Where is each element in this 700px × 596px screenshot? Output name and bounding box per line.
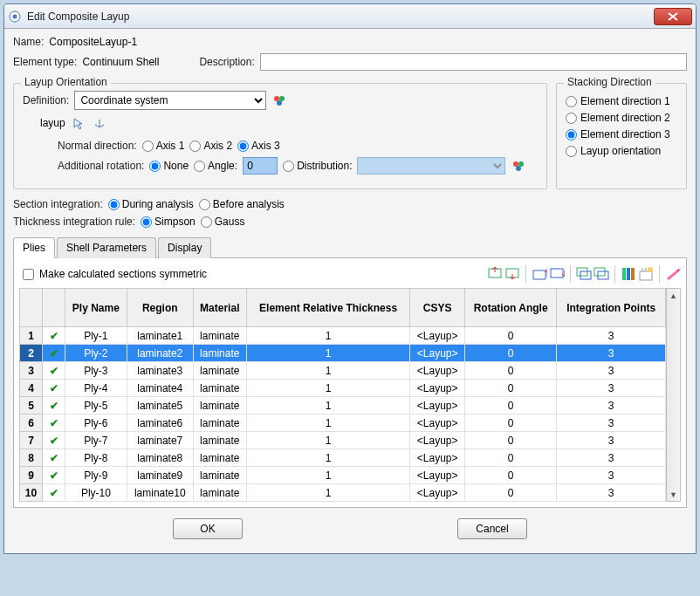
cell-region[interactable]: laminate4 <box>127 380 193 397</box>
col-intpts[interactable]: Integration Points <box>557 289 666 327</box>
insert-before-icon[interactable] <box>487 266 503 282</box>
cell-region[interactable]: laminate6 <box>127 414 193 432</box>
row-check[interactable]: ✔ <box>43 432 65 449</box>
cell-plyname[interactable]: Ply-8 <box>65 449 127 467</box>
read-file-icon[interactable] <box>638 266 654 282</box>
row-number[interactable]: 9 <box>20 467 43 484</box>
cell-thickness[interactable]: 1 <box>246 414 410 432</box>
row-check[interactable]: ✔ <box>43 345 65 362</box>
cancel-button[interactable]: Cancel <box>457 518 527 539</box>
table-row[interactable]: 10✔Ply-10laminate10laminate1<Layup>03 <box>20 484 666 502</box>
cell-thickness[interactable]: 1 <box>246 484 410 502</box>
cell-region[interactable]: laminate9 <box>127 467 193 484</box>
during-analysis-radio[interactable]: During analysis <box>108 198 194 210</box>
stacking-opt3-radio[interactable]: Element direction 3 <box>566 128 677 140</box>
table-row[interactable]: 9✔Ply-9laminate9laminate1<Layup>03 <box>20 467 666 484</box>
cell-intpts[interactable]: 3 <box>557 362 666 380</box>
cell-angle[interactable]: 0 <box>464 362 556 380</box>
cell-thickness[interactable]: 1 <box>246 397 410 414</box>
col-material[interactable]: Material <box>193 289 246 327</box>
cell-thickness[interactable]: 1 <box>246 432 410 449</box>
row-number[interactable]: 1 <box>20 327 43 345</box>
stacking-opt1-radio[interactable]: Element direction 1 <box>566 95 677 107</box>
delete-ply-icon[interactable] <box>665 266 681 282</box>
scroll-up-icon[interactable]: ▲ <box>667 289 680 302</box>
cell-intpts[interactable]: 3 <box>557 380 666 397</box>
row-number[interactable]: 4 <box>20 380 43 397</box>
table-row[interactable]: 5✔Ply-5laminate5laminate1<Layup>03 <box>20 397 666 414</box>
cell-plyname[interactable]: Ply-7 <box>65 432 127 449</box>
cell-angle[interactable]: 0 <box>464 397 556 414</box>
cell-angle[interactable]: 0 <box>464 484 556 502</box>
cell-csys[interactable]: <Layup> <box>410 467 465 484</box>
ply-table[interactable]: Ply Name Region Material Element Relativ… <box>19 288 666 502</box>
tab-display[interactable]: Display <box>158 237 211 258</box>
cell-region[interactable]: laminate8 <box>127 449 193 467</box>
cell-material[interactable]: laminate <box>193 449 246 467</box>
distribution-select[interactable] <box>357 157 505 175</box>
cell-angle[interactable]: 0 <box>464 380 556 397</box>
row-check[interactable]: ✔ <box>43 362 65 380</box>
col-plyname[interactable]: Ply Name <box>65 289 127 327</box>
cell-csys[interactable]: <Layup> <box>410 397 465 414</box>
scroll-down-icon[interactable]: ▼ <box>667 488 680 501</box>
col-region[interactable]: Region <box>127 289 193 327</box>
row-check[interactable]: ✔ <box>43 484 65 502</box>
cell-plyname[interactable]: Ply-5 <box>65 397 127 414</box>
cell-intpts[interactable]: 3 <box>557 414 666 432</box>
cell-plyname[interactable]: Ply-10 <box>65 484 127 502</box>
row-number[interactable]: 7 <box>20 432 43 449</box>
cell-region[interactable]: laminate10 <box>127 484 193 502</box>
axis2-radio[interactable]: Axis 2 <box>189 140 232 152</box>
axis3-radio[interactable]: Axis 3 <box>237 140 280 152</box>
tab-plies[interactable]: Plies <box>13 237 55 258</box>
rotation-distribution-radio[interactable]: Distribution: <box>283 160 352 172</box>
cell-region[interactable]: laminate2 <box>127 345 193 362</box>
cell-thickness[interactable]: 1 <box>246 362 410 380</box>
row-number[interactable]: 8 <box>20 449 43 467</box>
before-analysis-radio[interactable]: Before analysis <box>199 198 285 210</box>
cell-csys[interactable]: <Layup> <box>410 414 465 432</box>
table-row[interactable]: 8✔Ply-8laminate8laminate1<Layup>03 <box>20 449 666 467</box>
axis1-radio[interactable]: Axis 1 <box>142 140 185 152</box>
cell-intpts[interactable]: 3 <box>557 432 666 449</box>
symmetric-checkbox[interactable]: Make calculated sections symmetric <box>19 266 207 283</box>
cell-material[interactable]: laminate <box>193 467 246 484</box>
cell-angle[interactable]: 0 <box>464 449 556 467</box>
distribution-color-icon[interactable] <box>511 158 526 174</box>
close-button[interactable] <box>654 8 692 25</box>
gauss-radio[interactable]: Gauss <box>201 216 245 228</box>
table-row[interactable]: 7✔Ply-7laminate7laminate1<Layup>03 <box>20 432 666 449</box>
cell-material[interactable]: laminate <box>193 380 246 397</box>
pattern-icon[interactable] <box>621 266 636 282</box>
col-angle[interactable]: Rotation Angle <box>464 289 556 327</box>
cell-intpts[interactable]: 3 <box>557 484 666 502</box>
table-row[interactable]: 6✔Ply-6laminate6laminate1<Layup>03 <box>20 414 666 432</box>
datum-axes-icon[interactable] <box>92 115 107 131</box>
cell-csys[interactable]: <Layup> <box>410 484 465 502</box>
cell-plyname[interactable]: Ply-1 <box>65 327 127 345</box>
stacking-opt4-radio[interactable]: Layup orientation <box>566 145 677 157</box>
tab-shell-parameters[interactable]: Shell Parameters <box>57 237 156 258</box>
cell-material[interactable]: laminate <box>193 414 246 432</box>
cell-plyname[interactable]: Ply-3 <box>65 362 127 380</box>
rotation-angle-input[interactable] <box>243 157 278 175</box>
rotation-angle-radio[interactable]: Angle: <box>194 160 237 172</box>
cell-intpts[interactable]: 3 <box>557 449 666 467</box>
cell-plyname[interactable]: Ply-4 <box>65 380 127 397</box>
cell-intpts[interactable]: 3 <box>557 397 666 414</box>
row-check[interactable]: ✔ <box>43 414 65 432</box>
cell-region[interactable]: laminate5 <box>127 397 193 414</box>
cell-thickness[interactable]: 1 <box>246 467 410 484</box>
table-scrollbar[interactable]: ▲ ▼ <box>666 288 681 502</box>
cell-csys[interactable]: <Layup> <box>410 327 465 345</box>
cell-angle[interactable]: 0 <box>464 432 556 449</box>
stacking-opt2-radio[interactable]: Element direction 2 <box>566 112 677 124</box>
csys-color-icon[interactable] <box>271 92 287 108</box>
row-check[interactable]: ✔ <box>43 397 65 414</box>
cell-region[interactable]: laminate7 <box>127 432 193 449</box>
table-row[interactable]: 3✔Ply-3laminate3laminate1<Layup>03 <box>20 362 666 380</box>
cell-angle[interactable]: 0 <box>464 467 556 484</box>
cell-angle[interactable]: 0 <box>464 414 556 432</box>
row-check[interactable]: ✔ <box>43 327 65 345</box>
